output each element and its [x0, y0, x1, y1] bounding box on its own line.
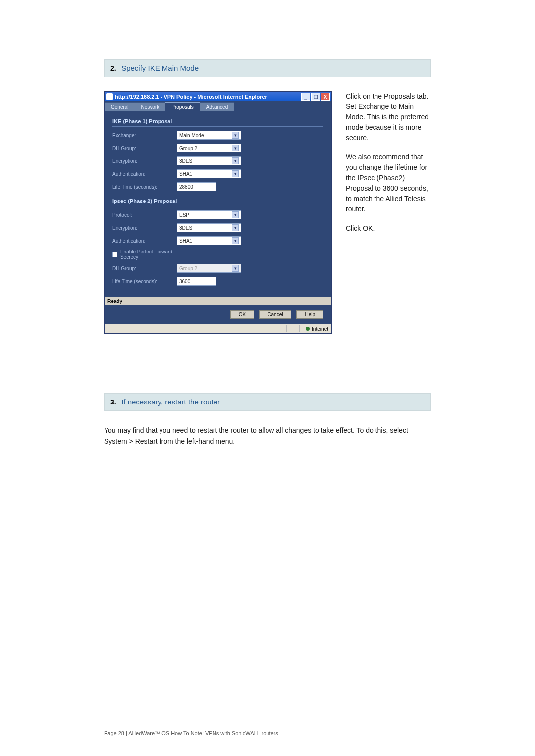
tabs-row: General Network Proposals Advanced [105, 101, 331, 111]
internet-zone-label: Internet [312, 326, 328, 332]
step3-header: 3. If necessary, restart the router [104, 393, 431, 411]
help-button[interactable]: Help [296, 310, 323, 319]
step3-title: If necessary, restart the router [121, 398, 220, 406]
pfs-label: Enable Perfect Forward Secrecy [120, 249, 177, 260]
dhgroup1-select[interactable]: Group 2 ▾ [177, 144, 241, 152]
exchange-select[interactable]: Main Mode ▾ [177, 131, 241, 140]
proposals-panel: IKE (Phase 1) Proposal Exchange: Main Mo… [105, 111, 331, 297]
browser-status-bar: Internet [105, 324, 331, 333]
step2-number: 2. [110, 64, 116, 72]
step2-header: 2. Specify IKE Main Mode [104, 59, 431, 77]
chevron-down-icon: ▾ [232, 145, 239, 151]
enc1-select[interactable]: 3DES ▾ [177, 156, 241, 165]
instr-p1: Click on the Proposals tab. Set Exchange… [346, 91, 431, 143]
life1-input[interactable] [177, 182, 216, 191]
step2-title: Specify IKE Main Mode [121, 64, 199, 72]
window-title: http://192.168.2.1 - VPN Policy - Micros… [115, 94, 301, 100]
enc1-label: Encryption: [112, 158, 177, 164]
auth2-value: SHA1 [179, 238, 192, 244]
enc2-label: Encryption: [112, 225, 177, 231]
proto-value: ESP [179, 212, 189, 218]
auth1-select[interactable]: SHA1 ▾ [177, 169, 241, 178]
internet-zone-icon [306, 327, 310, 331]
chevron-down-icon: ▾ [232, 224, 239, 231]
chevron-down-icon: ▾ [232, 157, 239, 164]
step3-number: 3. [110, 398, 116, 406]
pfs-checkbox[interactable] [112, 252, 117, 257]
auth1-label: Authentication: [112, 171, 177, 177]
dhgroup1-value: Group 2 [179, 146, 197, 151]
tab-network[interactable]: Network [135, 102, 166, 111]
auth1-value: SHA1 [179, 171, 192, 177]
life1-label: Life Time (seconds): [112, 184, 177, 190]
enc1-value: 3DES [179, 158, 192, 164]
exchange-label: Exchange: [112, 133, 177, 138]
minimize-button[interactable]: _ [301, 93, 310, 101]
step2-instructions: Click on the Proposals tab. Set Exchange… [346, 91, 431, 334]
pfs-checkbox-row[interactable]: Enable Perfect Forward Secrecy [112, 249, 177, 260]
life2-input[interactable] [177, 277, 216, 286]
chevron-down-icon: ▾ [232, 170, 239, 177]
cancel-button[interactable]: Cancel [259, 310, 291, 319]
dhgroup2-label: DH Group: [112, 266, 177, 271]
enc2-select[interactable]: 3DES ▾ [177, 223, 241, 232]
ok-button[interactable]: OK [230, 310, 254, 319]
close-button[interactable]: X [321, 93, 330, 101]
instr-p2: We also recommend that you change the li… [346, 152, 431, 214]
tab-advanced[interactable]: Advanced [200, 102, 234, 111]
step3-body: You may find that you need to restart th… [104, 425, 431, 447]
dhgroup2-select: Group 2 ▾ [177, 264, 241, 273]
tab-general[interactable]: General [105, 102, 135, 111]
tab-proposals[interactable]: Proposals [165, 102, 200, 111]
proto-label: Protocol: [112, 212, 177, 218]
ie-icon [106, 93, 113, 100]
enc2-value: 3DES [179, 225, 192, 231]
life2-label: Life Time (seconds): [112, 279, 177, 284]
phase2-heading: Ipsec (Phase 2) Proposal [112, 195, 323, 206]
ie-window: http://192.168.2.1 - VPN Policy - Micros… [104, 91, 332, 334]
exchange-value: Main Mode [179, 133, 204, 138]
chevron-down-icon: ▾ [232, 211, 239, 218]
proto-select[interactable]: ESP ▾ [177, 210, 241, 219]
instr-p3: Click OK. [346, 223, 431, 234]
button-bar: OK Cancel Help [105, 305, 331, 324]
chevron-down-icon: ▾ [232, 265, 239, 272]
auth2-label: Authentication: [112, 238, 177, 244]
chevron-down-icon: ▾ [232, 132, 239, 139]
page-footer: Page 28 | AlliedWare™ OS How To Note: VP… [104, 727, 431, 736]
dhgroup2-value: Group 2 [179, 266, 197, 271]
chevron-down-icon: ▾ [232, 237, 239, 244]
step2-content-row: http://192.168.2.1 - VPN Policy - Micros… [104, 91, 431, 334]
window-titlebar: http://192.168.2.1 - VPN Policy - Micros… [105, 92, 331, 101]
auth2-select[interactable]: SHA1 ▾ [177, 236, 241, 245]
phase1-heading: IKE (Phase 1) Proposal [112, 115, 323, 127]
ready-bar: Ready [105, 297, 331, 305]
dhgroup1-label: DH Group: [112, 146, 177, 151]
maximize-button[interactable]: ❐ [311, 93, 320, 101]
